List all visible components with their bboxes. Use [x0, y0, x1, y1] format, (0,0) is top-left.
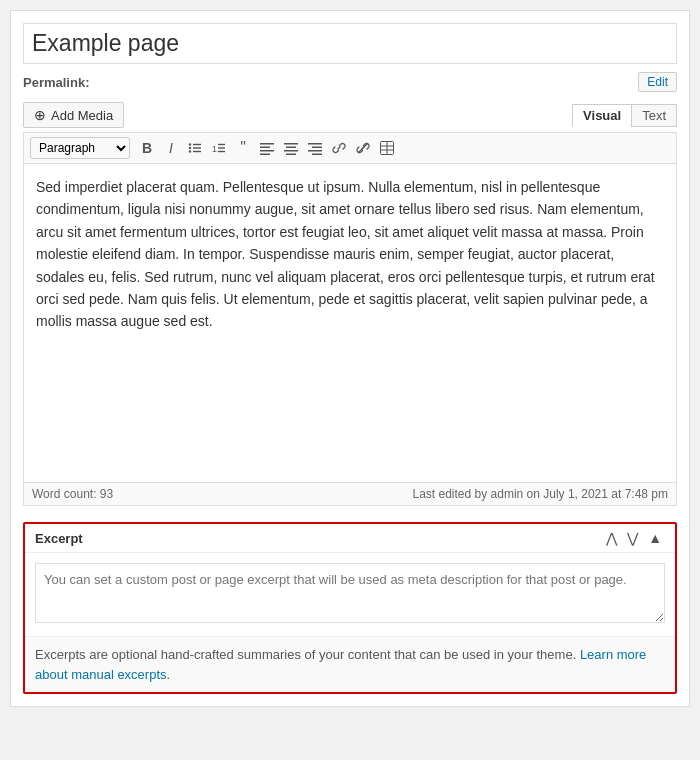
word-count-label: Word count: 93	[32, 487, 113, 501]
svg-rect-17	[286, 154, 296, 156]
tab-text[interactable]: Text	[631, 104, 677, 127]
align-center-button[interactable]	[280, 137, 302, 159]
word-count-bar: Word count: 93 Last edited by admin on J…	[23, 483, 677, 506]
excerpt-textarea[interactable]	[35, 563, 665, 623]
permalink-row: Permalink: Edit	[23, 72, 677, 92]
svg-rect-1	[193, 144, 201, 145]
excerpt-body	[25, 553, 675, 636]
svg-point-0	[189, 143, 191, 145]
blockquote-button[interactable]: "	[232, 137, 254, 159]
excerpt-header: Excerpt ⋀ ⋁ ▲	[25, 524, 675, 553]
svg-rect-15	[286, 147, 296, 149]
permalink-edit-button[interactable]: Edit	[638, 72, 677, 92]
italic-button[interactable]: I	[160, 137, 182, 159]
ordered-list-button[interactable]: 1.	[208, 137, 230, 159]
editor-content-area[interactable]: Sed imperdiet placerat quam. Pellentesqu…	[23, 163, 677, 483]
svg-rect-9	[218, 151, 225, 152]
add-media-button[interactable]: ⊕ Add Media	[23, 102, 124, 128]
svg-rect-8	[218, 147, 225, 148]
svg-rect-19	[312, 147, 322, 149]
page-wrapper: Example page Permalink: Edit ⊕ Add Media…	[10, 10, 690, 707]
svg-rect-21	[312, 154, 322, 156]
align-left-button[interactable]	[256, 137, 278, 159]
align-right-button[interactable]	[304, 137, 326, 159]
excerpt-help-text: Excerpts are optional hand-crafted summa…	[25, 636, 675, 692]
svg-rect-3	[193, 147, 201, 148]
svg-text:1.: 1.	[212, 144, 220, 154]
format-select[interactable]: Paragraph Heading 1 Heading 2 Heading 3 …	[30, 137, 130, 159]
add-media-label: Add Media	[51, 108, 113, 123]
editor-formatting-toolbar: Paragraph Heading 1 Heading 2 Heading 3 …	[23, 132, 677, 163]
svg-point-4	[189, 150, 191, 152]
svg-point-2	[189, 147, 191, 149]
svg-line-22	[358, 143, 368, 153]
visual-text-tabs: Visual Text	[572, 104, 677, 127]
svg-rect-18	[308, 143, 322, 145]
svg-rect-16	[284, 150, 298, 152]
svg-rect-12	[260, 150, 274, 152]
svg-rect-7	[218, 144, 225, 145]
last-edited-label: Last edited by admin on July 1, 2021 at …	[413, 487, 669, 501]
svg-rect-13	[260, 154, 270, 156]
excerpt-controls: ⋀ ⋁ ▲	[603, 530, 665, 546]
svg-rect-5	[193, 151, 201, 152]
tab-visual[interactable]: Visual	[572, 104, 631, 127]
excerpt-collapse-down-button[interactable]: ⋁	[624, 530, 641, 546]
editor-top-toolbar: ⊕ Add Media Visual Text	[23, 102, 677, 128]
excerpt-section: Excerpt ⋀ ⋁ ▲ Excerpts are optional hand…	[23, 522, 677, 694]
page-title-input[interactable]: Example page	[23, 23, 677, 64]
unlink-button[interactable]	[352, 137, 374, 159]
svg-rect-11	[260, 147, 270, 149]
excerpt-toggle-button[interactable]: ▲	[645, 530, 665, 546]
svg-rect-20	[308, 150, 322, 152]
unordered-list-button[interactable]	[184, 137, 206, 159]
permalink-label: Permalink:	[23, 75, 89, 90]
table-button[interactable]	[376, 137, 398, 159]
bold-button[interactable]: B	[136, 137, 158, 159]
editor-text[interactable]: Sed imperdiet placerat quam. Pellentesqu…	[36, 176, 664, 333]
svg-rect-10	[260, 143, 274, 145]
svg-rect-14	[284, 143, 298, 145]
media-icon: ⊕	[34, 107, 46, 123]
excerpt-help-content: Excerpts are optional hand-crafted summa…	[35, 647, 576, 662]
link-button[interactable]	[328, 137, 350, 159]
excerpt-title: Excerpt	[35, 531, 83, 546]
excerpt-collapse-up-button[interactable]: ⋀	[603, 530, 620, 546]
